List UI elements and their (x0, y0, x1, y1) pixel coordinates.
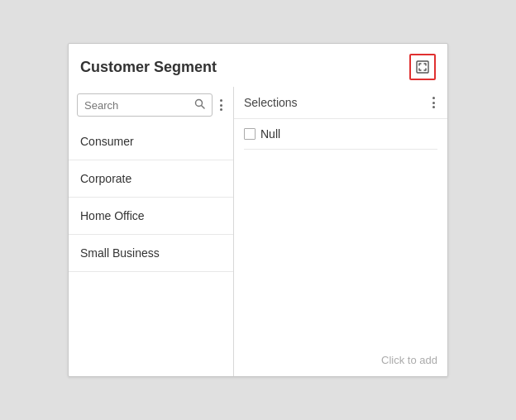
list-item[interactable]: Small Business (69, 235, 233, 272)
null-label: Null (260, 127, 280, 141)
null-checkbox[interactable] (244, 128, 256, 140)
svg-rect-0 (417, 61, 428, 73)
list-items: Consumer Corporate Home Office Small Bus… (69, 123, 233, 272)
left-panel-menu-button[interactable] (217, 96, 225, 114)
dot2 (432, 102, 435, 104)
dot1 (432, 97, 435, 99)
search-box (77, 93, 213, 117)
dot2 (220, 104, 222, 107)
widget-body: Consumer Corporate Home Office Small Bus… (69, 87, 447, 376)
left-panel: Consumer Corporate Home Office Small Bus… (69, 87, 234, 376)
widget-title: Customer Segment (80, 59, 217, 76)
selections-title: Selections (244, 96, 298, 109)
list-item[interactable]: Home Office (69, 198, 233, 235)
list-item[interactable]: Consumer (69, 123, 233, 160)
dot1 (220, 99, 222, 102)
widget-header: Customer Segment (69, 44, 447, 87)
selections-body: Null (234, 119, 447, 344)
expand-icon (416, 60, 429, 74)
null-item: Null (244, 127, 437, 150)
svg-line-2 (202, 106, 204, 108)
list-item[interactable]: Corporate (69, 160, 233, 198)
customer-segment-widget: Customer Segment (68, 43, 448, 377)
click-to-add[interactable]: Click to add (371, 344, 447, 376)
right-panel: Selections Null Click to add (234, 87, 447, 376)
selections-menu-button[interactable] (430, 93, 437, 112)
search-icon (194, 98, 205, 112)
search-input[interactable] (84, 99, 191, 112)
dot3 (432, 106, 435, 108)
expand-button[interactable] (409, 54, 436, 80)
search-row (69, 87, 233, 123)
dot3 (220, 108, 222, 111)
selections-header: Selections (234, 87, 447, 119)
